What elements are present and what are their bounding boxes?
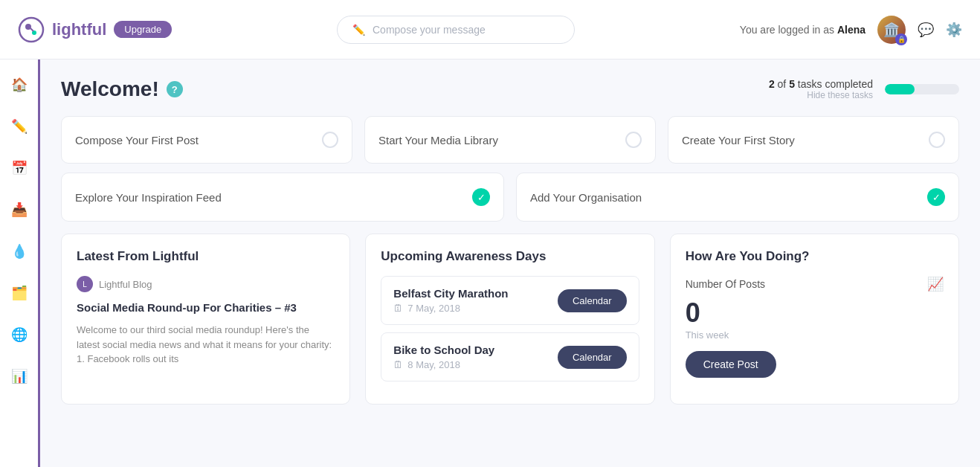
- awareness-event-title-1: Bike to School Day: [393, 344, 494, 356]
- task-label-inspiration-feed: Explore Your Inspiration Feed: [75, 191, 222, 204]
- awareness-event-date-0: 🗓 7 May, 2018: [393, 303, 508, 314]
- task-card-add-organisation[interactable]: Add Your Organisation ✓: [516, 173, 959, 222]
- sidebar-item-layers[interactable]: 🗂️: [6, 280, 33, 306]
- blog-name: Lightful Blog: [99, 279, 152, 290]
- stats-title: How Are You Doing?: [686, 249, 944, 264]
- task-card-first-story[interactable]: Create Your First Story: [668, 116, 959, 164]
- metric-label: Number Of Posts: [686, 278, 765, 290]
- latest-panel: Latest From Lightful L Lightful Blog Soc…: [61, 234, 350, 405]
- sidebar-item-inbox[interactable]: 📥: [6, 196, 33, 223]
- calendar-button-0[interactable]: Calendar: [558, 289, 627, 312]
- upgrade-button[interactable]: Upgrade: [114, 21, 172, 38]
- task-radio-compose-first-post: [322, 132, 338, 148]
- awareness-panel: Upcoming Awareness Days Belfast City Mar…: [365, 234, 654, 405]
- task-label-add-organisation: Add Your Organisation: [530, 191, 642, 204]
- sidebar-item-home[interactable]: 🏠: [6, 71, 33, 98]
- nav-right: You are logged in as Alena 🏛️ 🔒 💬 ⚙️: [740, 16, 962, 44]
- calendar-small-icon-0: 🗓: [393, 303, 403, 314]
- progress-bar: [885, 84, 959, 94]
- metric-value: 0: [686, 300, 944, 326]
- task-radio-media-library: [625, 132, 642, 148]
- logged-in-text: You are logged in as Alena: [740, 24, 865, 36]
- main-layout: 🏠 ✏️ 📅 📥 💧 🗂️ 🌐 📊 Welcome! ? 2: [0, 59, 980, 467]
- blog-source: L Lightful Blog: [77, 276, 335, 292]
- stats-panel: How Are You Doing? Number Of Posts 📈 0 T…: [670, 234, 959, 405]
- task-check-inspiration-feed: ✓: [472, 188, 490, 206]
- chart-icon: 📈: [927, 276, 944, 292]
- pencil-icon: ✏️: [352, 24, 365, 36]
- metric-period: This week: [686, 329, 944, 341]
- logo-area: lightful Upgrade: [18, 16, 172, 43]
- sidebar-item-compose[interactable]: ✏️: [6, 113, 33, 140]
- awareness-info-0: Belfast City Marathon 🗓 7 May, 2018: [393, 287, 508, 314]
- task-check-add-organisation: ✓: [927, 188, 945, 206]
- blog-post-title[interactable]: Social Media Round-up For Charities – #3: [77, 300, 335, 315]
- progress-bar-fill: [885, 84, 915, 94]
- compose-placeholder: Compose your message: [373, 24, 486, 36]
- awareness-event-title-0: Belfast City Marathon: [393, 287, 508, 300]
- compose-bar[interactable]: ✏️ Compose your message: [337, 16, 575, 44]
- welcome-left: Welcome! ?: [61, 77, 183, 101]
- task-radio-first-story: [929, 132, 945, 148]
- awareness-title: Upcoming Awareness Days: [381, 249, 639, 264]
- logo-text: lightful: [52, 20, 106, 39]
- tasks-right: 2 of 5 tasks completed Hide these tasks: [769, 78, 959, 100]
- messages-button[interactable]: 💬: [918, 22, 934, 38]
- create-post-button[interactable]: Create Post: [686, 351, 776, 378]
- awareness-event-date-1: 🗓 8 May, 2018: [393, 359, 494, 370]
- task-row-2: Explore Your Inspiration Feed ✓ Add Your…: [61, 173, 959, 222]
- top-nav: lightful Upgrade ✏️ Compose your message…: [0, 0, 980, 59]
- blog-logo: L: [77, 276, 93, 292]
- tasks-count: 2 of 5 tasks completed: [769, 78, 873, 90]
- tasks-info: 2 of 5 tasks completed Hide these tasks: [769, 78, 873, 100]
- latest-title: Latest From Lightful: [77, 249, 335, 264]
- task-card-media-library[interactable]: Start Your Media Library: [364, 116, 656, 164]
- metric-header: Number Of Posts 📈: [686, 276, 944, 292]
- settings-button[interactable]: ⚙️: [946, 22, 962, 38]
- task-label-compose-first-post: Compose Your First Post: [75, 134, 199, 146]
- help-icon[interactable]: ?: [167, 81, 183, 97]
- awareness-item-1: Bike to School Day 🗓 8 May, 2018 Calenda…: [381, 332, 639, 381]
- sidebar-item-drafts[interactable]: 💧: [6, 238, 33, 265]
- sidebar-item-globe[interactable]: 🌐: [6, 321, 33, 348]
- logo-icon: [18, 16, 45, 43]
- task-card-compose-first-post[interactable]: Compose Your First Post: [61, 116, 352, 164]
- sidebar: 🏠 ✏️ 📅 📥 💧 🗂️ 🌐 📊: [0, 59, 40, 467]
- bottom-sections: Latest From Lightful L Lightful Blog Soc…: [61, 234, 959, 405]
- task-label-media-library: Start Your Media Library: [378, 134, 498, 146]
- blog-post-excerpt: Welcome to our third social media roundu…: [77, 323, 335, 367]
- calendar-button-1[interactable]: Calendar: [558, 346, 627, 369]
- welcome-title: Welcome!: [61, 77, 159, 101]
- svg-line-3: [30, 28, 33, 31]
- awareness-info-1: Bike to School Day 🗓 8 May, 2018: [393, 344, 494, 370]
- main-content: Welcome! ? 2 of 5 tasks completed Hide t…: [40, 59, 980, 467]
- task-card-inspiration-feed[interactable]: Explore Your Inspiration Feed ✓: [61, 173, 504, 222]
- sidebar-item-calendar[interactable]: 📅: [6, 155, 33, 181]
- task-row-1: Compose Your First Post Start Your Media…: [61, 116, 959, 164]
- avatar-badge: 🔒: [895, 33, 907, 45]
- awareness-item-0: Belfast City Marathon 🗓 7 May, 2018 Cale…: [381, 276, 639, 325]
- welcome-header: Welcome! ? 2 of 5 tasks completed Hide t…: [61, 77, 959, 101]
- compose-area: ✏️ Compose your message: [184, 16, 728, 44]
- task-label-first-story: Create Your First Story: [682, 134, 795, 146]
- hide-tasks-link[interactable]: Hide these tasks: [769, 90, 873, 100]
- avatar-container: 🏛️ 🔒: [877, 16, 906, 44]
- sidebar-item-analytics[interactable]: 📊: [6, 363, 33, 390]
- calendar-small-icon-1: 🗓: [393, 359, 403, 370]
